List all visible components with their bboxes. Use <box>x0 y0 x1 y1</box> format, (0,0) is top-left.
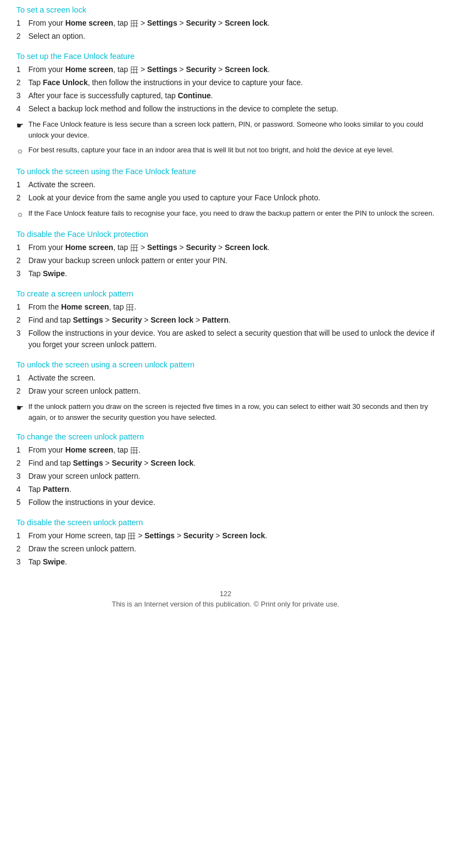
step-text: From your Home screen, tap > Settings > … <box>28 17 435 29</box>
step-item: 2Tap Face Unlock, then follow the instru… <box>16 77 435 88</box>
step-text: From your Home screen, tap > Settings > … <box>28 64 435 75</box>
step-text: Follow the instructions in your device. <box>28 497 435 508</box>
warning-icon: ☛ <box>16 402 28 414</box>
step-item: 1From your Home screen, tap > Settings >… <box>16 530 435 542</box>
step-item: 2Draw your screen unlock pattern. <box>16 385 435 397</box>
step-number: 4 <box>16 103 28 115</box>
step-item: 1From your Home screen, tap > Settings >… <box>16 242 435 253</box>
step-item: 4Select a backup lock method and follow … <box>16 103 435 115</box>
section-disable-screen-unlock: To disable the screen unlock pattern1Fro… <box>16 518 435 568</box>
step-number: 3 <box>16 268 28 280</box>
step-list-unlock-screen-pattern: 1Activate the screen.2Draw your screen u… <box>16 372 435 397</box>
step-number: 1 <box>16 242 28 253</box>
section-title-disable-face-unlock: To disable the Face Unlock protection <box>16 230 435 239</box>
step-number: 3 <box>16 328 28 350</box>
step-list-unlock-face-unlock: 1Activate the screen.2Look at your devic… <box>16 179 435 204</box>
step-text: Find and tap Settings > Security > Scree… <box>28 457 435 469</box>
step-number: 3 <box>16 471 28 482</box>
step-number: 2 <box>16 77 28 88</box>
section-title-unlock-face-unlock: To unlock the screen using the Face Unlo… <box>16 167 435 176</box>
step-list-create-screen-unlock: 1From the Home screen, tap .2Find and ta… <box>16 301 435 350</box>
step-item: 2Find and tap Settings > Security > Scre… <box>16 457 435 469</box>
step-number: 1 <box>16 301 28 313</box>
step-text: Draw your screen unlock pattern. <box>28 385 435 397</box>
step-text: Draw your backup screen unlock pattern o… <box>28 255 435 266</box>
note-block: ☛The Face Unlock feature is less secure … <box>16 119 435 140</box>
step-text: Activate the screen. <box>28 179 435 191</box>
step-text: From your Home screen, tap . <box>28 444 435 456</box>
step-number: 2 <box>16 31 28 42</box>
step-number: 2 <box>16 543 28 555</box>
step-number: 3 <box>16 556 28 568</box>
step-text: Draw the screen unlock pattern. <box>28 543 435 555</box>
step-number: 1 <box>16 179 28 191</box>
step-item: 2Find and tap Settings > Security > Scre… <box>16 314 435 326</box>
step-text: Follow the instructions in your device. … <box>28 328 435 350</box>
step-text: After your face is successfully captured… <box>28 90 435 102</box>
step-number: 2 <box>16 255 28 266</box>
section-title-unlock-screen-pattern: To unlock the screen using a screen unlo… <box>16 360 435 369</box>
step-item: 3Tap Swipe. <box>16 556 435 568</box>
step-item: 2Draw the screen unlock pattern. <box>16 543 435 555</box>
step-item: 4Tap Pattern. <box>16 484 435 495</box>
step-item: 3After your face is successfully capture… <box>16 90 435 102</box>
page-footer: 122This is an Internet version of this p… <box>16 590 435 608</box>
tip-icon: ☼ <box>16 208 28 221</box>
section-unlock-face-unlock: To unlock the screen using the Face Unlo… <box>16 167 435 221</box>
step-item: 3Follow the instructions in your device.… <box>16 328 435 350</box>
section-change-screen-unlock: To change the screen unlock pattern1From… <box>16 432 435 508</box>
note-block: ☛If the unlock pattern you draw on the s… <box>16 401 435 423</box>
step-text: From the Home screen, tap . <box>28 301 435 313</box>
note-text: If the unlock pattern you draw on the sc… <box>28 401 435 423</box>
step-list-set-up-face-unlock: 1From your Home screen, tap > Settings >… <box>16 64 435 115</box>
tip-text: For best results, capture your face in a… <box>28 145 435 156</box>
step-text: Tap Face Unlock, then follow the instruc… <box>28 77 435 88</box>
step-item: 1Activate the screen. <box>16 372 435 384</box>
step-number: 1 <box>16 444 28 456</box>
step-number: 4 <box>16 484 28 495</box>
warning-icon: ☛ <box>16 120 28 132</box>
tip-block: ☼If the Face Unlock feature fails to rec… <box>16 208 435 221</box>
step-list-disable-face-unlock: 1From your Home screen, tap > Settings >… <box>16 242 435 280</box>
step-text: Select a backup lock method and follow t… <box>28 103 435 115</box>
page-number: 122 <box>16 590 435 598</box>
step-text: From your Home screen, tap > Settings > … <box>28 530 435 542</box>
section-create-screen-unlock: To create a screen unlock pattern1From t… <box>16 289 435 350</box>
step-text: From your Home screen, tap > Settings > … <box>28 242 435 253</box>
step-item: 5Follow the instructions in your device. <box>16 497 435 508</box>
note-text: The Face Unlock feature is less secure t… <box>28 119 435 140</box>
step-text: Look at your device from the same angle … <box>28 192 435 204</box>
step-item: 1From your Home screen, tap > Settings >… <box>16 17 435 29</box>
step-item: 2Select an option. <box>16 31 435 42</box>
step-list-disable-screen-unlock: 1From your Home screen, tap > Settings >… <box>16 530 435 568</box>
step-item: 1From the Home screen, tap . <box>16 301 435 313</box>
section-title-create-screen-unlock: To create a screen unlock pattern <box>16 289 435 298</box>
section-unlock-screen-pattern: To unlock the screen using a screen unlo… <box>16 360 435 423</box>
step-text: Tap Pattern. <box>28 484 435 495</box>
step-number: 5 <box>16 497 28 508</box>
step-item: 1From your Home screen, tap . <box>16 444 435 456</box>
section-title-change-screen-unlock: To change the screen unlock pattern <box>16 432 435 441</box>
copyright-text: This is an Internet version of this publ… <box>16 600 435 608</box>
step-text: Find and tap Settings > Security > Scree… <box>28 314 435 326</box>
step-number: 1 <box>16 530 28 542</box>
step-item: 3Draw your screen unlock pattern. <box>16 471 435 482</box>
step-list-set-screen-lock: 1From your Home screen, tap > Settings >… <box>16 17 435 42</box>
section-title-set-up-face-unlock: To set up the Face Unlock feature <box>16 52 435 61</box>
step-number: 2 <box>16 314 28 326</box>
step-text: Draw your screen unlock pattern. <box>28 471 435 482</box>
tip-text: If the Face Unlock feature fails to reco… <box>28 208 435 219</box>
tip-block: ☼For best results, capture your face in … <box>16 145 435 157</box>
step-number: 1 <box>16 17 28 29</box>
step-number: 3 <box>16 90 28 102</box>
step-text: Activate the screen. <box>28 372 435 384</box>
step-text: Tap Swipe. <box>28 268 435 280</box>
section-set-screen-lock: To set a screen lock1From your Home scre… <box>16 5 435 42</box>
step-number: 2 <box>16 192 28 204</box>
tip-icon: ☼ <box>16 145 28 157</box>
main-content: To set a screen lock1From your Home scre… <box>16 5 435 608</box>
step-item: 1From your Home screen, tap > Settings >… <box>16 64 435 75</box>
step-text: Tap Swipe. <box>28 556 435 568</box>
step-number: 1 <box>16 64 28 75</box>
step-item: 3Tap Swipe. <box>16 268 435 280</box>
